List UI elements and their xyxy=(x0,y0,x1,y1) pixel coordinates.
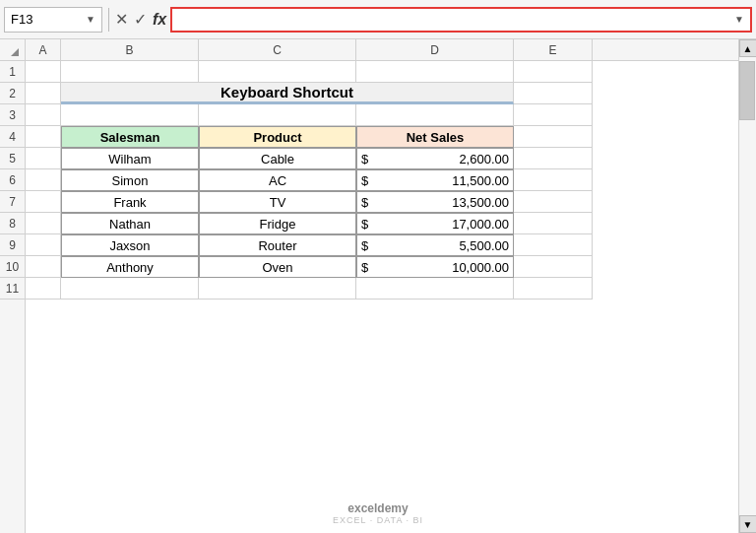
formula-input-wrapper[interactable]: ▼ xyxy=(170,7,752,33)
cell-e6[interactable] xyxy=(514,169,593,191)
cell-c1[interactable] xyxy=(199,61,356,83)
currency-4: $ xyxy=(361,217,368,232)
row-num-1: 1 xyxy=(0,61,25,83)
cell-b11[interactable] xyxy=(61,278,199,300)
grid-row-11 xyxy=(26,278,738,300)
cell-c11[interactable] xyxy=(199,278,356,300)
header-product: Product xyxy=(253,130,301,145)
cell-e8[interactable] xyxy=(514,213,593,234)
scrollbar[interactable]: ▲ ▼ xyxy=(738,39,756,533)
grid-row-5: Wilham Cable $ 2,600.00 xyxy=(26,148,738,169)
cell-e1[interactable] xyxy=(514,61,593,83)
cell-a4[interactable] xyxy=(26,126,61,148)
amount-1: 2,600.00 xyxy=(459,152,509,167)
currency-5: $ xyxy=(361,238,368,253)
cell-d6[interactable]: $ 11,500.00 xyxy=(356,169,514,191)
watermark-tagline: EXCEL · DATA · BI xyxy=(333,515,423,525)
row-num-10: 10 xyxy=(0,256,25,278)
cell-a11[interactable] xyxy=(26,278,61,300)
scroll-thumb[interactable] xyxy=(739,61,755,120)
cell-e10[interactable] xyxy=(514,256,593,278)
formula-icons: ✕ ✓ fx xyxy=(115,10,166,29)
cell-b2-title: Keyboard Shortcut xyxy=(61,83,514,104)
scroll-up-button[interactable]: ▲ xyxy=(739,39,757,57)
scroll-track[interactable] xyxy=(739,57,757,515)
cell-d4-header: Net Sales xyxy=(356,126,514,148)
cross-icon[interactable]: ✕ xyxy=(115,10,128,29)
check-icon[interactable]: ✓ xyxy=(134,10,147,29)
cell-b8[interactable]: Nathan xyxy=(61,213,199,234)
name-box[interactable]: F13 ▼ xyxy=(4,7,102,33)
row-num-4: 4 xyxy=(0,126,25,148)
cell-c10[interactable]: Oven xyxy=(199,256,356,278)
cell-b10[interactable]: Anthony xyxy=(61,256,199,278)
cell-c5[interactable]: Cable xyxy=(199,148,356,169)
cell-b3[interactable] xyxy=(61,104,199,126)
formula-input[interactable] xyxy=(178,12,734,27)
cell-a6[interactable] xyxy=(26,169,61,191)
cell-a5[interactable] xyxy=(26,148,61,169)
grid-row-10: Anthony Oven $ 10,000.00 xyxy=(26,256,738,278)
cell-a8[interactable] xyxy=(26,213,61,234)
cell-e2[interactable] xyxy=(514,83,593,104)
grid-row-6: Simon AC $ 11,500.00 xyxy=(26,169,738,191)
col-header-c: C xyxy=(199,39,356,60)
cell-e5[interactable] xyxy=(514,148,593,169)
cell-b7[interactable]: Frank xyxy=(61,191,199,213)
cell-d1[interactable] xyxy=(356,61,514,83)
corner-cell xyxy=(0,39,25,61)
amount-6: 10,000.00 xyxy=(452,260,509,275)
cell-b9[interactable]: Jaxson xyxy=(61,234,199,256)
cell-e7[interactable] xyxy=(514,191,593,213)
row-num-8: 8 xyxy=(0,213,25,234)
cell-a1[interactable] xyxy=(26,61,61,83)
cell-d9[interactable]: $ 5,500.00 xyxy=(356,234,514,256)
product-6: Oven xyxy=(262,260,292,275)
salesman-1: Wilham xyxy=(108,152,151,167)
cell-c8[interactable]: Fridge xyxy=(199,213,356,234)
cell-b5[interactable]: Wilham xyxy=(61,148,199,169)
cell-d8[interactable]: $ 17,000.00 xyxy=(356,213,514,234)
corner-triangle xyxy=(11,48,19,56)
cell-e3[interactable] xyxy=(514,104,593,126)
cell-d5[interactable]: $ 2,600.00 xyxy=(356,148,514,169)
fx-icon[interactable]: fx xyxy=(153,11,166,29)
scroll-down-button[interactable]: ▼ xyxy=(739,515,757,533)
cell-d10[interactable]: $ 10,000.00 xyxy=(356,256,514,278)
row-num-11: 11 xyxy=(0,278,25,300)
formula-dropdown-arrow: ▼ xyxy=(734,14,744,25)
cell-a10[interactable] xyxy=(26,256,61,278)
cell-d3[interactable] xyxy=(356,104,514,126)
cell-b1[interactable] xyxy=(61,61,199,83)
row-num-6: 6 xyxy=(0,169,25,191)
amount-3: 13,500.00 xyxy=(452,195,509,210)
grid-row-2: Keyboard Shortcut xyxy=(26,83,738,104)
watermark-logo: exceldemy xyxy=(333,501,423,515)
col-header-a: A xyxy=(26,39,61,60)
cell-a2[interactable] xyxy=(26,83,61,104)
cell-e11[interactable] xyxy=(514,278,593,300)
header-netsales: Net Sales xyxy=(407,130,465,145)
cell-a3[interactable] xyxy=(26,104,61,126)
cell-d11[interactable] xyxy=(356,278,514,300)
cell-c3[interactable] xyxy=(199,104,356,126)
grid-row-4: Salesman Product Net Sales xyxy=(26,126,738,148)
cell-c9[interactable]: Router xyxy=(199,234,356,256)
cell-a9[interactable] xyxy=(26,234,61,256)
cell-e4[interactable] xyxy=(514,126,593,148)
cell-e9[interactable] xyxy=(514,234,593,256)
cell-b6[interactable]: Simon xyxy=(61,169,199,191)
col-headers: A B C D E xyxy=(26,39,738,61)
row-numbers: 1 2 3 4 5 6 7 8 9 10 11 xyxy=(0,39,26,533)
col-header-d: D xyxy=(356,39,514,60)
cell-c6[interactable]: AC xyxy=(199,169,356,191)
row-num-2: 2 xyxy=(0,83,25,104)
grid-row-8: Nathan Fridge $ 17,000.00 xyxy=(26,213,738,234)
cell-c7[interactable]: TV xyxy=(199,191,356,213)
amount-2: 11,500.00 xyxy=(452,173,509,188)
currency-6: $ xyxy=(361,260,368,275)
cell-d7[interactable]: $ 13,500.00 xyxy=(356,191,514,213)
cell-a7[interactable] xyxy=(26,191,61,213)
title-text: Keyboard Shortcut xyxy=(220,84,353,100)
amount-5: 5,500.00 xyxy=(459,238,509,253)
